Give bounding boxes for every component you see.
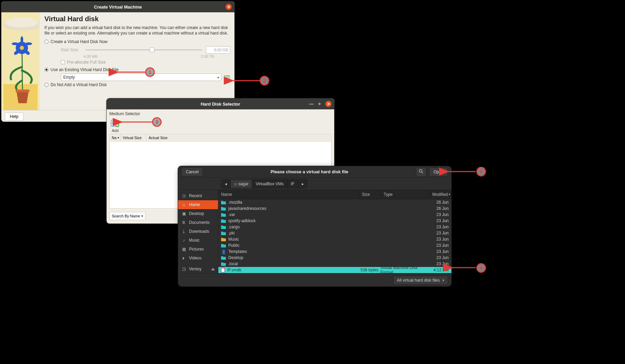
medium-selector-label: Medium Selector — [109, 111, 331, 118]
radio-use-existing[interactable]: Use an Existing Virtual Hard Disk File — [44, 67, 230, 72]
svg-rect-11 — [16, 90, 29, 92]
folder-picture-icon — [224, 75, 230, 80]
add-disk-icon — [111, 119, 120, 128]
col-modified[interactable]: Modified▴ — [430, 190, 451, 199]
file-row[interactable]: .var23 Jun — [218, 212, 451, 218]
chevron-down-icon: ▾ — [443, 279, 444, 282]
breadcrumb: ◂ ⌂ sagar VirtualBox VMs IF ▸ — [221, 179, 308, 188]
filter-label: All virtual hard disk files — [397, 278, 440, 283]
file-name: .mozilla — [228, 200, 242, 205]
file-row[interactable]: Public23 Jun — [218, 242, 451, 248]
disk-size-row: Disk Size: 8.00 GB — [61, 46, 230, 54]
search-button[interactable] — [416, 167, 426, 177]
file-row[interactable]: spotify-adblock23 Jun — [218, 218, 451, 224]
col-type[interactable]: Type — [381, 190, 430, 199]
picture-icon: ▦ — [181, 247, 186, 252]
file-filter-dropdown[interactable]: All virtual hard disk files ▾ — [393, 276, 448, 285]
annotation-5: 5 — [476, 167, 486, 176]
place-documents[interactable]: 🗎Documents — [178, 218, 218, 227]
intro-text: If you wish you can add a virtual hard d… — [44, 25, 230, 36]
existing-disk-combo[interactable]: Empty ▾ — [61, 73, 221, 81]
open-button[interactable]: Open — [429, 167, 448, 176]
radio-label: Create a Virtual Hard Disk Now — [51, 39, 108, 44]
maximize-icon[interactable]: ＋ — [317, 101, 322, 107]
place-downloads[interactable]: ⭳Downloads — [178, 227, 218, 236]
disk-size-value: 8.00 GB — [206, 46, 230, 54]
medium-table-header: Na▾ Virtual Size Actual Size — [109, 134, 331, 141]
place-desktop[interactable]: ▣Desktop — [178, 209, 218, 218]
crumb-vms[interactable]: VirtualBox VMs — [252, 179, 287, 188]
eject-icon[interactable]: ⏏ — [211, 267, 215, 271]
close-icon[interactable]: ✕ — [325, 101, 331, 107]
folder-icon — [221, 225, 226, 229]
titlebar: Create Virtual Machine ✕ — [1, 1, 234, 12]
file-row[interactable]: IF.vmdk536 bytesVirtual Machine Disk For… — [218, 267, 451, 273]
svg-point-2 — [5, 18, 38, 27]
file-chooser-header: Cancel Please choose a virtual hard disk… — [178, 166, 451, 178]
home-icon: ⌂ — [234, 181, 236, 186]
folder-icon — [221, 206, 226, 211]
add-button[interactable]: Add — [109, 118, 121, 134]
place-recent[interactable]: ◷Recent — [178, 191, 218, 200]
col-name[interactable]: Name — [218, 190, 359, 199]
file-row[interactable]: .mozilla26 Jun — [218, 199, 451, 205]
file-row[interactable]: Music23 Jun — [218, 236, 451, 242]
plant-illustration — [1, 12, 40, 110]
place-ventoy[interactable]: ◳Ventoy⏏ — [178, 265, 218, 273]
crumb-back[interactable]: ◂ — [221, 179, 231, 188]
svg-point-5 — [21, 36, 23, 43]
folder-icon — [221, 262, 226, 266]
range-max: 2.00 TB — [201, 54, 214, 58]
file-type: Virtual Machine Disk Format — [380, 265, 429, 273]
file-row[interactable]: 👤Templates23 Jun — [218, 248, 451, 255]
place-videos[interactable]: ⏵Videos — [178, 254, 218, 262]
file-name: .pki — [228, 231, 235, 235]
place-music[interactable]: ♪Music — [178, 236, 218, 245]
col-virtual-size[interactable]: Virtual Size — [121, 134, 147, 141]
file-name: .cargo — [228, 225, 240, 229]
file-chooser-window: Cancel Please choose a virtual hard disk… — [178, 166, 451, 286]
folder-icon — [221, 219, 226, 223]
search-icon — [419, 169, 423, 174]
file-row[interactable]: Desktop23 Jun — [218, 255, 451, 261]
search-by-name[interactable]: Search By Name ▾ — [109, 212, 146, 220]
crumb-home[interactable]: ⌂ sagar — [231, 179, 252, 188]
file-row[interactable]: .cargo23 Jun — [218, 224, 451, 230]
svg-line-20 — [422, 172, 423, 173]
radio-create-new[interactable]: Create a Virtual Hard Disk Now — [44, 39, 230, 44]
minimize-icon[interactable]: — — [309, 101, 314, 107]
search-label: Search By Name — [112, 214, 140, 218]
place-pictures[interactable]: ▦Pictures — [178, 245, 218, 254]
folder-icon — [221, 200, 226, 204]
cancel-button[interactable]: Cancel — [181, 167, 203, 176]
annotation-2: 2 — [260, 76, 269, 85]
add-label: Add — [112, 129, 119, 133]
slider-thumb — [150, 48, 154, 52]
file-name: spotify-adblock — [228, 218, 256, 223]
folder-icon — [221, 213, 226, 217]
file-size: 536 bytes — [358, 268, 380, 272]
file-modified: 23 Jun — [429, 218, 449, 223]
browse-disk-button[interactable] — [223, 74, 230, 81]
file-row[interactable]: .pki23 Jun — [218, 230, 451, 236]
place-home[interactable]: ⌂Home — [178, 200, 218, 209]
col-name[interactable]: Na▾ — [110, 134, 121, 141]
titlebar: Hard Disk Selector — ＋ ✕ — [107, 98, 334, 109]
file-row[interactable]: javasharedresources26 Jun — [218, 205, 451, 212]
svg-point-15 — [228, 77, 229, 78]
file-name: IF.vmdk — [227, 268, 241, 272]
file-name: Templates — [228, 249, 247, 254]
crumb-if[interactable]: IF — [287, 179, 298, 188]
wizard-content: Virtual Hard disk If you wish you can ad… — [40, 12, 234, 110]
annotation-4: 4 — [476, 263, 486, 273]
col-actual-size[interactable]: Actual Size — [147, 134, 331, 141]
close-icon[interactable]: ✕ — [226, 4, 232, 10]
templates-icon: 👤 — [221, 250, 226, 254]
radio-no-disk[interactable]: Do Not Add a Virtual Hard Disk — [44, 82, 230, 87]
file-name: javasharedresources — [228, 206, 266, 211]
window-title: Create Virtual Machine — [94, 4, 142, 10]
places-sidebar: ◷Recent ⌂Home ▣Desktop 🗎Documents ⭳Downl… — [178, 190, 218, 273]
col-size[interactable]: Size — [359, 190, 381, 199]
help-button[interactable]: Help — [5, 112, 24, 121]
crumb-forward[interactable]: ▸ — [298, 179, 307, 188]
